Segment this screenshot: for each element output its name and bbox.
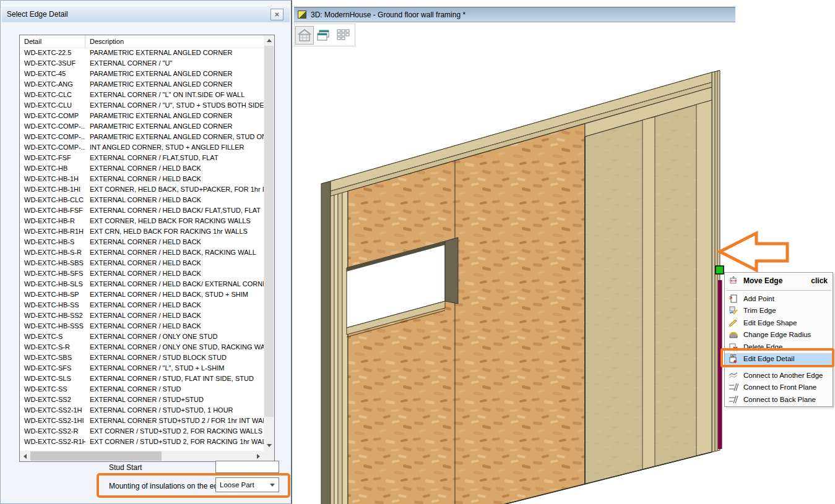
menu-item-delete-edge[interactable]: Delete Edge	[725, 341, 833, 353]
detail-cell: WD-EXTC-COMP-...	[20, 132, 85, 142]
detail-cell: WD-EXTC-SBS	[20, 352, 85, 363]
menu-item-label: Connect to Front Plane	[743, 383, 816, 391]
table-row[interactable]: WD-EXTC-HB-SBSEXTERNAL CORNER / HELD BAC…	[20, 258, 264, 268]
table-row[interactable]: WD-EXTC-SLSEXTERNAL CORNER / STUD, FLAT …	[20, 374, 264, 384]
menu-item-add-point[interactable]: Add Point	[725, 293, 833, 305]
menu-item-trim-edge[interactable]: Trim Edge	[725, 305, 833, 317]
table-row[interactable]: WD-EXTC-HB-S-REXTERNAL CORNER / HELD BAC…	[20, 247, 264, 258]
3d-wall-view[interactable]	[294, 23, 835, 504]
menu-separator	[726, 367, 831, 367]
list-header[interactable]: Detail Description	[20, 35, 264, 48]
horizontal-scrollbar[interactable]	[20, 451, 264, 461]
scroll-down-icon[interactable]	[264, 440, 274, 451]
detail-list-rows: WD-EXTC-22.5PARAMETRIC EXTERNAL ANGLED C…	[20, 48, 264, 451]
table-row[interactable]: WD-EXTC-COMP-...PARAMETRIC EXTERNAL ANGL…	[20, 121, 264, 132]
table-row[interactable]: WD-EXTC-FSFEXTERNAL CORNER / FLAT,STUD, …	[20, 153, 264, 163]
viewport-titlebar[interactable]: 3D: ModernHouse - Ground floor wall fram…	[294, 7, 735, 22]
selected-edge-highlight[interactable]	[718, 280, 722, 449]
menu-item-label: Trim Edge	[743, 307, 776, 314]
table-row[interactable]: WD-EXTC-HB-SS2EXTERNAL CORNER / HELD BAC…	[20, 310, 264, 321]
horizontal-scroll-thumb[interactable]	[30, 451, 162, 461]
table-row[interactable]: WD-EXTC-HB-1HEXTERNAL CORNER / HELD BACK	[20, 174, 264, 184]
edge-detail-list[interactable]: Detail Description WD-EXTC-22.5PARAMETRI…	[19, 35, 275, 462]
table-row[interactable]: WD-EXTC-HB-R1HEXT CRN, HELD BACK FOR RAC…	[20, 226, 264, 237]
scroll-up-icon[interactable]	[264, 35, 274, 46]
table-row[interactable]: WD-EXTC-S-REXTERNAL CORNER / ONLY ONE ST…	[20, 342, 264, 352]
table-row[interactable]: WD-EXTC-SS2-REXT CORNER / STUD+STUD 2, F…	[20, 426, 264, 437]
description-cell: PARAMETRIC EXTERNAL ANGLED CORNER	[85, 69, 264, 79]
house-frame-icon[interactable]	[295, 26, 314, 45]
description-cell: EXTERNAL CORNER / HELD BACK	[85, 300, 264, 310]
table-row[interactable]: WD-EXTC-HB-SFSEXTERNAL CORNER / HELD BAC…	[20, 268, 264, 279]
table-row[interactable]: WD-EXTC-COMPPARAMETRIC EXTERNAL ANGLED C…	[20, 111, 264, 121]
menu-item-edit-edge-detail[interactable]: DETEdit Edge Detail	[725, 353, 833, 365]
detail-cell: WD-EXTC-SS2-R1H	[20, 437, 85, 447]
mounting-select[interactable]: Loose Part	[215, 477, 279, 492]
menu-item-move-edge[interactable]: Move Edgeclick	[725, 273, 833, 288]
detail-cell: WD-EXTC-HB-SP	[20, 289, 85, 300]
table-row[interactable]: WD-EXTC-SS2-R1HEXT CORNER / STUD+STUD 2,…	[20, 437, 264, 447]
table-row[interactable]: WD-EXTC-SSEXTERNAL CORNER / STUD	[20, 384, 264, 395]
table-row[interactable]: WD-EXTC-HB-REXT CORNER, HELD BACK FOR RA…	[20, 216, 264, 226]
table-row[interactable]: WD-EXTC-HB-SSSEXTERNAL CORNER / HELD BAC…	[20, 321, 264, 331]
menu-item-connect-to-another-edge[interactable]: Connect to Another Edge	[725, 369, 833, 382]
table-row[interactable]: WD-EXTC-HB-SSEXTERNAL CORNER / HELD BACK	[20, 300, 264, 310]
table-row[interactable]: WD-EXTC-HBEXTERNAL CORNER / HELD BACK	[20, 163, 264, 174]
menu-item-change-edge-radius[interactable]: Change Edge Radius	[725, 329, 833, 341]
dialog-title: Select Edge Detail	[7, 10, 68, 19]
trim-edge-icon	[729, 305, 738, 315]
tile-windows-icon[interactable]	[334, 26, 352, 45]
description-cell: EXTERNAL CORNER / "L", STUD + L-SHIM	[85, 363, 264, 374]
table-row[interactable]: WD-EXTC-SFSEXTERNAL CORNER / "L", STUD +…	[20, 363, 264, 374]
menu-item-connect-to-back-plane[interactable]: Connect to Back Plane	[725, 393, 833, 406]
detail-cell: WD-EXTC-COMP-...	[20, 121, 85, 132]
detail-cell: WD-EXTC-S-R	[20, 342, 85, 352]
table-row[interactable]: WD-EXTC-HB-1HIEXT CORNER, HELD BACK, STU…	[20, 184, 264, 195]
table-row[interactable]: WD-EXTC-SBSEXTERNAL CORNER / STUD BLOCK …	[20, 352, 264, 363]
table-row[interactable]: WD-EXTC-HB-FSFEXTERNAL CORNER / HELD BAC…	[20, 205, 264, 216]
vertical-scrollbar[interactable]	[264, 35, 274, 451]
table-row[interactable]: WD-EXTC-3SUFEXTERNAL CORNER / "U"	[20, 58, 264, 69]
table-row[interactable]: WD-EXTC-CLCEXTERNAL CORNER / "L" ON INT.…	[20, 90, 264, 100]
description-cell: EXTERNAL CORNER / ONLY ONE STUD, RACKING…	[85, 342, 264, 352]
menu-separator	[726, 290, 831, 291]
connect-back-plane-icon	[729, 395, 738, 404]
table-row[interactable]: WD-EXTC-HB-SEXTERNAL CORNER / HELD BACK	[20, 237, 264, 247]
detail-cell: WD-EXTC-HB-CLC	[20, 195, 85, 205]
table-row[interactable]: WD-EXTC-COMP-...INT ANGLED CORNER, STUD …	[20, 142, 264, 153]
table-row[interactable]: WD-EXTC-45PARAMETRIC EXTERNAL ANGLED COR…	[20, 69, 264, 79]
table-row[interactable]: WD-EXTC-22.5PARAMETRIC EXTERNAL ANGLED C…	[20, 48, 264, 58]
column-header-description[interactable]: Description	[85, 35, 264, 48]
table-row[interactable]: WD-EXTC-CLUEXTERNAL CORNER / "U", STUD +…	[20, 100, 264, 111]
menu-item-connect-to-front-plane[interactable]: Connect to Front Plane	[725, 382, 833, 394]
table-row[interactable]: WD-EXTC-SEXTERNAL CORNER / ONLY ONE STUD	[20, 331, 264, 342]
menu-item-edit-edge-shape[interactable]: Edit Edge Shape	[725, 317, 833, 329]
detail-cell: WD-EXTC-HB-FSF	[20, 205, 85, 216]
cascade-windows-icon[interactable]	[314, 26, 333, 45]
column-header-detail[interactable]: Detail	[20, 35, 85, 48]
description-cell: EXTERNAL CORNER / STUD+STUD, 1 HOUR	[85, 405, 264, 416]
stud-start-input[interactable]	[215, 461, 279, 473]
description-cell: EXTERNAL CORNER / FLAT,STUD, FLAT	[85, 153, 264, 163]
edge-grip-handle[interactable]	[716, 266, 724, 274]
window-right-reveal	[445, 237, 458, 304]
scroll-right-icon[interactable]	[253, 451, 264, 461]
table-row[interactable]: WD-EXTC-HB-SPEXTERNAL CORNER / HELD BACK…	[20, 289, 264, 300]
dialog-titlebar[interactable]: Select Edge Detail ✕	[2, 6, 290, 22]
detail-cell: WD-EXTC-COMP-...	[20, 142, 85, 153]
table-row[interactable]: WD-EXTC-SS2EXTERNAL CORNER / STUD+STUD	[20, 395, 264, 405]
scroll-left-icon[interactable]	[20, 451, 30, 461]
detail-cell: WD-EXTC-S	[20, 331, 85, 342]
detail-cell: WD-EXTC-3SUF	[20, 58, 85, 69]
vertical-scroll-thumb[interactable]	[264, 46, 274, 417]
table-row[interactable]: WD-EXTC-ANGPARAMETRIC EXTERNAL ANGLED CO…	[20, 79, 264, 90]
close-icon[interactable]: ✕	[270, 9, 283, 20]
table-row[interactable]: WD-EXTC-HB-CLCEXTERNAL CORNER / HELD BAC…	[20, 195, 264, 205]
table-row[interactable]: WD-EXTC-HB-SLSEXTERNAL CORNER / HELD BAC…	[20, 279, 264, 289]
detail-cell: WD-EXTC-SLS	[20, 374, 85, 384]
table-row[interactable]: WD-EXTC-SS2-1HIEXTERNAL CORNER STUD+STUD…	[20, 416, 264, 426]
table-row[interactable]: WD-EXTC-SS2-1HEXTERNAL CORNER / STUD+STU…	[20, 405, 264, 416]
table-row[interactable]: WD-EXTC-COMP-...PARAMETRIC EXTERNAL ANGL…	[20, 132, 264, 142]
viewport-toolbar	[294, 23, 355, 46]
add-point-icon	[729, 294, 738, 304]
